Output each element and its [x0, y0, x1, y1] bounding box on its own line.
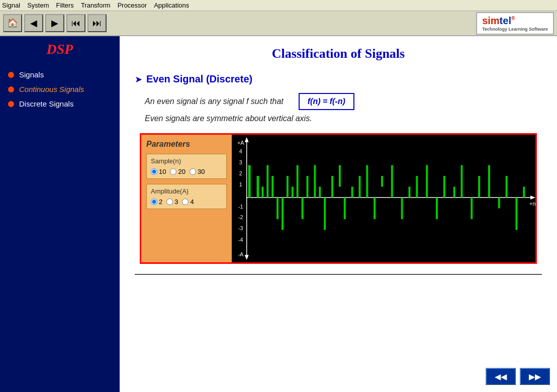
chart-svg: +A 4 3 2 1 -1 -2 -3 -4 -A — [232, 135, 535, 262]
sample-10-option[interactable]: 10 — [151, 168, 166, 175]
menubar: Signal System Filters Transform Processo… — [0, 0, 557, 11]
amplitude-3-radio[interactable] — [166, 199, 173, 205]
svg-text:4: 4 — [239, 148, 242, 154]
menu-system[interactable]: System — [27, 2, 49, 9]
svg-rect-53 — [506, 176, 508, 198]
sample-radio-row: 10 20 30 — [151, 168, 222, 175]
bullet-discrete — [8, 101, 14, 107]
svg-text:-1: -1 — [238, 204, 243, 210]
menu-signal[interactable]: Signal — [2, 2, 20, 9]
svg-text:-A: -A — [238, 251, 244, 257]
sidebar-label-discrete: Discrete Signals — [19, 100, 73, 108]
svg-rect-54 — [515, 198, 517, 230]
svg-rect-30 — [319, 187, 321, 198]
section-arrow: ➤ — [135, 74, 142, 85]
svg-rect-19 — [261, 187, 263, 198]
content-area: Classification of Signals ➤ Even Signal … — [120, 36, 557, 392]
svg-text:-4: -4 — [238, 237, 243, 243]
skip-back-button[interactable]: ⏮ — [66, 14, 85, 32]
amplitude-3-option[interactable]: 3 — [166, 198, 178, 206]
svg-text:1: 1 — [239, 181, 242, 187]
svg-rect-25 — [292, 187, 294, 198]
parameters-panel: Parameters Sample(n) 10 20 30 — [141, 135, 232, 262]
svg-rect-38 — [374, 198, 376, 219]
description2: Even signals are symmetric about vertica… — [145, 114, 542, 123]
amplitude-radio-row: 2 3 4 — [151, 198, 222, 206]
svg-rect-46 — [443, 176, 445, 198]
svg-rect-26 — [297, 165, 299, 198]
svg-text:+A: +A — [237, 140, 244, 146]
svg-rect-37 — [366, 165, 368, 198]
svg-rect-48 — [460, 165, 462, 198]
logo-subtitle: Technology Learning Software — [482, 27, 548, 32]
params-title: Parameters — [146, 140, 227, 149]
svg-rect-22 — [276, 198, 278, 219]
svg-rect-41 — [401, 198, 403, 219]
sample-10-label: 10 — [159, 168, 166, 175]
svg-rect-47 — [453, 187, 455, 198]
svg-rect-32 — [331, 176, 333, 198]
svg-rect-40 — [391, 165, 393, 198]
amplitude-2-radio[interactable] — [151, 199, 157, 205]
svg-rect-52 — [498, 198, 500, 208]
amplitude-4-option[interactable]: 4 — [182, 198, 194, 206]
sample-10-radio[interactable] — [151, 168, 157, 175]
back-button[interactable]: ◀ — [24, 14, 43, 32]
sample-label: Sample(n) — [151, 157, 222, 165]
svg-text:2: 2 — [239, 170, 242, 176]
svg-rect-51 — [488, 165, 490, 198]
svg-rect-20 — [266, 165, 268, 198]
menu-transform[interactable]: Transform — [81, 2, 111, 9]
sample-20-radio[interactable] — [170, 168, 176, 175]
svg-rect-27 — [302, 198, 304, 219]
prev-button[interactable]: ◀◀ — [486, 368, 516, 385]
svg-rect-34 — [344, 198, 346, 219]
bottom-nav: ◀◀ ▶▶ — [486, 368, 550, 385]
svg-rect-39 — [381, 176, 383, 186]
menu-filters[interactable]: Filters — [56, 2, 73, 9]
formula-box: f(n) = f(-n) — [299, 93, 354, 110]
svg-rect-21 — [271, 176, 273, 198]
amplitude-2-option[interactable]: 2 — [151, 198, 162, 206]
amplitude-label: Amplitude(A) — [151, 187, 222, 195]
svg-rect-50 — [478, 176, 480, 198]
sample-30-label: 30 — [198, 168, 205, 175]
bullet-signals — [8, 72, 14, 78]
svg-text:-2: -2 — [238, 214, 243, 220]
sample-20-option[interactable]: 20 — [170, 168, 185, 175]
logo-tel: tel — [500, 15, 511, 26]
amplitude-4-radio[interactable] — [182, 199, 189, 205]
chart-area: +A 4 3 2 1 -1 -2 -3 -4 -A — [232, 135, 535, 262]
home-button[interactable]: 🏠 — [3, 14, 22, 32]
interactive-panel: Parameters Sample(n) 10 20 30 — [140, 133, 537, 264]
next-button[interactable]: ▶▶ — [520, 368, 550, 385]
sample-30-radio[interactable] — [190, 168, 196, 175]
svg-rect-29 — [314, 165, 316, 198]
toolbar: 🏠 ◀ ▶ ⏮ ⏭ simtel® Technology Learning So… — [0, 11, 557, 36]
svg-rect-23 — [282, 198, 284, 230]
sample-30-option[interactable]: 30 — [190, 168, 205, 175]
svg-text:-3: -3 — [238, 226, 243, 232]
amplitude-2-label: 2 — [159, 198, 162, 206]
svg-rect-45 — [436, 198, 438, 219]
svg-rect-49 — [471, 198, 473, 219]
sidebar-item-continuous[interactable]: Continuous Signals — [0, 82, 120, 96]
page-title: Classification of Signals — [135, 46, 542, 61]
section-header: ➤ Even Signal (Discrete) — [135, 73, 542, 85]
menu-processor[interactable]: Processor — [118, 2, 147, 9]
description1-text: An even signal is any signal f such that — [145, 97, 284, 106]
menu-applications[interactable]: Applications — [154, 2, 189, 9]
forward-button[interactable]: ▶ — [45, 14, 64, 32]
sidebar-item-signals[interactable]: Signals — [0, 67, 120, 82]
svg-rect-42 — [409, 187, 411, 198]
skip-forward-button[interactable]: ⏭ — [87, 14, 107, 32]
divider — [135, 274, 542, 275]
sidebar-item-discrete[interactable]: Discrete Signals — [0, 96, 120, 111]
description1: An even signal is any signal f such that… — [145, 93, 542, 110]
sidebar-title: DSP — [0, 41, 120, 57]
sample-group: Sample(n) 10 20 30 — [146, 154, 227, 179]
svg-rect-18 — [257, 176, 259, 198]
amplitude-3-label: 3 — [174, 198, 178, 206]
logo-sim: sim — [482, 15, 499, 26]
amplitude-group: Amplitude(A) 2 3 4 — [146, 184, 227, 209]
